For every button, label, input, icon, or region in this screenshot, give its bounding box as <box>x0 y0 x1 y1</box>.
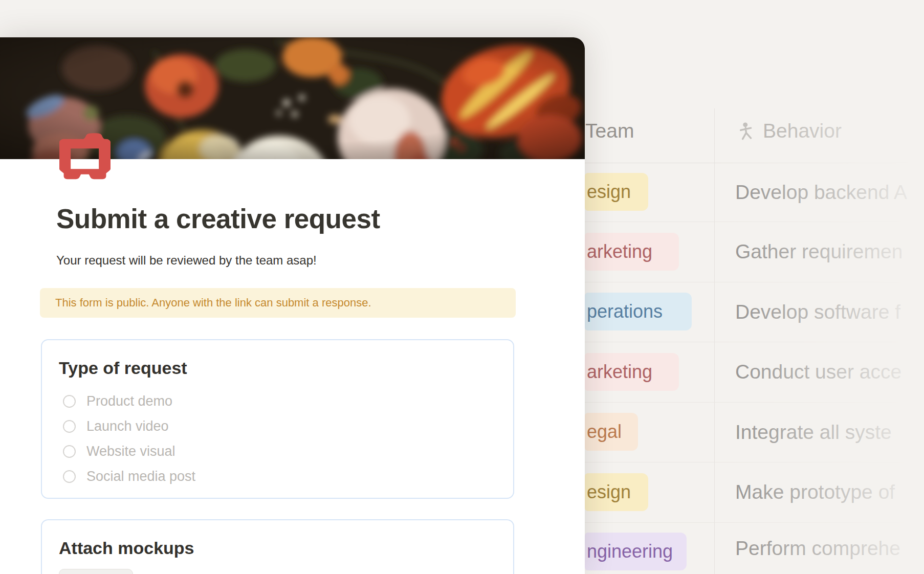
radio-option-social-media-post[interactable]: Social media post <box>42 464 513 489</box>
team-tag: esign <box>585 173 648 211</box>
form-card: Submit a creative request Your request w… <box>0 37 585 574</box>
team-tag: esign <box>585 473 648 511</box>
column-header-behavior: Behavior <box>739 120 842 142</box>
behavior-cell: Make prototype of <box>735 462 895 522</box>
form-subtitle: Your request will be reviewed by the tea… <box>56 253 317 268</box>
radio-circle-icon[interactable] <box>63 420 76 433</box>
form-title: Submit a creative request <box>56 204 380 235</box>
question-type-of-request: Type of request Product demo Launch vide… <box>41 339 514 499</box>
public-form-banner: This form is public. Anyone with the lin… <box>40 288 516 318</box>
behavior-cell: Gather requiremen <box>735 222 903 282</box>
radio-group: Product demo Launch video Website visual… <box>42 389 513 489</box>
public-form-banner-text: This form is public. Anyone with the lin… <box>40 288 516 318</box>
radio-circle-icon[interactable] <box>63 395 76 408</box>
page: Team Behavior esign Develop backend A <box>0 0 924 574</box>
column-header-team: Team <box>585 120 634 142</box>
team-tag: arketing <box>585 353 679 391</box>
team-tag: egal <box>585 413 638 451</box>
behavior-cell: Perform comprehe <box>735 522 900 574</box>
person-icon <box>739 122 753 140</box>
behavior-cell: Develop software f <box>735 282 900 342</box>
radio-option-website-visual[interactable]: Website visual <box>42 439 513 464</box>
radio-circle-icon[interactable] <box>63 470 76 483</box>
team-tag: arketing <box>585 233 679 271</box>
team-tag: perations <box>585 293 692 330</box>
column-header-team-label: Team <box>585 120 634 142</box>
radio-option-product-demo[interactable]: Product demo <box>42 389 513 414</box>
column-divider <box>714 108 715 574</box>
radio-option-launch-video[interactable]: Launch video <box>42 414 513 439</box>
picture-frame-icon <box>59 132 111 181</box>
question-label: Attach mockups <box>42 520 513 559</box>
behavior-cell: Conduct user acce <box>735 342 901 402</box>
column-header-behavior-label: Behavior <box>763 120 842 142</box>
question-label: Type of request <box>42 340 513 379</box>
radio-circle-icon[interactable] <box>63 445 76 458</box>
behavior-cell: Develop backend A <box>735 163 907 222</box>
team-tag: ngineering <box>585 533 687 570</box>
behavior-cell: Integrate all syste <box>735 402 892 462</box>
upload-button[interactable] <box>59 569 133 574</box>
question-attach-mockups: Attach mockups <box>41 519 514 574</box>
